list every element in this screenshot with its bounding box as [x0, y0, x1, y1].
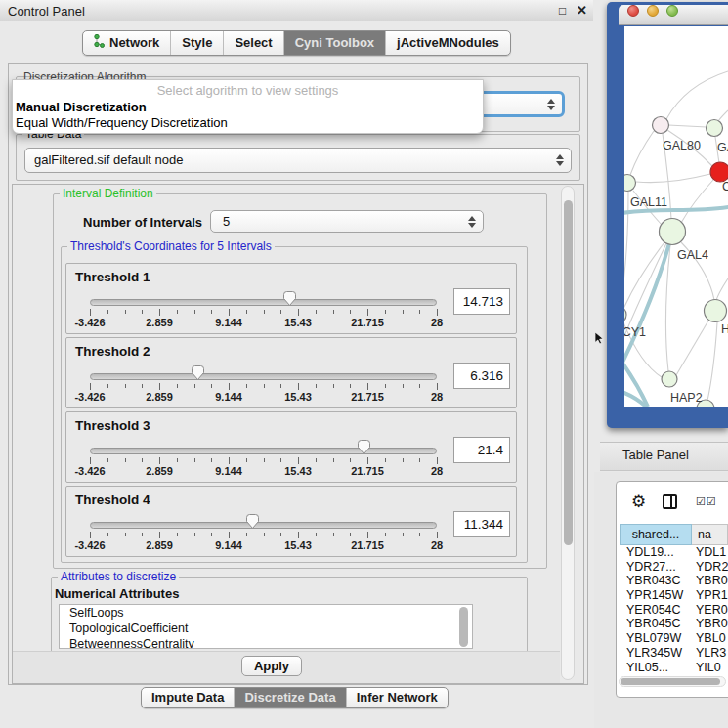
GAL11-node[interactable]	[624, 175, 636, 192]
vertical-scrollbar-thumb[interactable]	[564, 200, 573, 545]
horizontal-scrollbar-thumb[interactable]	[621, 678, 720, 685]
dropdown-option-equal-width-frequency[interactable]: Equal Width/Frequency Discretization	[16, 115, 480, 130]
slider-track[interactable]	[90, 448, 437, 454]
minor-tick	[246, 533, 247, 536]
table-row[interactable]: YBR043CYBR0	[620, 574, 728, 588]
threshold-label-2: Threshold 2	[75, 344, 150, 359]
close-icon[interactable]: ✕	[577, 3, 587, 18]
table-row[interactable]: YDL19...YDL1	[620, 545, 728, 560]
network-edge[interactable]	[681, 180, 713, 223]
H-node[interactable]	[705, 300, 727, 322]
cell-shared-name: YBR043C	[620, 574, 692, 588]
control-panel-titlebar	[0, 0, 593, 21]
minor-tick	[211, 458, 212, 462]
attributes-list-scrollbar-thumb[interactable]	[459, 607, 468, 647]
network-edge[interactable]	[718, 110, 728, 121]
column-header-name[interactable]: na	[692, 524, 728, 545]
minor-tick	[350, 384, 351, 388]
major-tick	[159, 309, 160, 316]
table-row[interactable]: YBL079WYBL0	[620, 631, 728, 646]
attribute-item-betweennesscentrality[interactable]: BetweennessCentrality	[60, 636, 472, 649]
table-header-row: shared... na	[620, 524, 728, 545]
major-tick	[437, 383, 438, 390]
minor-tick	[142, 533, 143, 536]
network-edge[interactable]	[636, 174, 710, 183]
table-row[interactable]: YDR27...YDR2	[620, 560, 728, 575]
network-edge[interactable]	[668, 125, 707, 127]
tab-cyni-toolbox[interactable]: Cyni Toolbox	[283, 31, 385, 55]
slider-track[interactable]	[90, 522, 437, 529]
dropdown-placeholder: Select algorithm to view settings	[13, 83, 483, 98]
number-of-intervals-dropdown[interactable]: 5	[210, 210, 484, 233]
GCY1-node[interactable]	[624, 306, 626, 323]
slider-handle[interactable]	[191, 364, 205, 381]
node-label-gal4: GAL4	[677, 248, 708, 262]
window-zoom-icon[interactable]	[666, 5, 678, 17]
numerical-attributes-list[interactable]: SelfLoopsTopologicalCoefficientBetweenne…	[59, 604, 473, 649]
cell-name: YBR0	[692, 617, 728, 631]
network-edge[interactable]	[716, 278, 728, 301]
table-row[interactable]: YLR345WYLR3	[620, 646, 728, 661]
slider-handle[interactable]	[282, 290, 297, 307]
major-tick	[159, 532, 160, 538]
minor-tick	[107, 458, 108, 462]
minor-tick	[177, 384, 178, 388]
select-columns-checkboxes-icon[interactable]: ☑☑	[696, 495, 717, 508]
minor-tick	[350, 533, 351, 536]
table-data-dropdown[interactable]: galFiltered.sif default node	[24, 148, 572, 173]
threshold-value-field[interactable]: 6.316	[453, 363, 510, 389]
network-edge[interactable]	[665, 245, 670, 371]
window-close-icon[interactable]	[627, 5, 639, 17]
GAL4-node[interactable]	[660, 219, 686, 245]
slider-track[interactable]	[90, 299, 437, 306]
slider-track[interactable]	[90, 373, 437, 380]
tab-style[interactable]: Style	[170, 31, 223, 55]
table-row[interactable]: YIL05...YIL0	[620, 661, 728, 675]
numerical-attributes-heading: Numerical Attributes	[55, 586, 179, 601]
network-edge[interactable]	[624, 192, 628, 307]
network-edge[interactable]	[630, 131, 654, 175]
tab-impute-data[interactable]: Impute Data	[142, 688, 234, 707]
red-node[interactable]	[710, 162, 728, 182]
split-columns-icon[interactable]	[663, 494, 677, 509]
threshold-value-field[interactable]: 11.344	[453, 511, 510, 537]
column-header-shared-name[interactable]: shared...	[620, 524, 692, 545]
threshold-value-field[interactable]: 14.713	[453, 288, 510, 315]
GAL80-node[interactable]	[653, 117, 669, 134]
major-tick	[159, 383, 160, 390]
window-minimize-icon[interactable]	[647, 5, 659, 17]
attribute-item-topologicalcoefficient[interactable]: TopologicalCoefficient	[60, 621, 472, 636]
table-row[interactable]: YBR045CYBR0	[620, 617, 728, 631]
minor-tick	[264, 310, 265, 314]
float-window-icon[interactable]: □	[559, 4, 566, 18]
minor-tick	[194, 458, 195, 462]
tab-network[interactable]: Network	[83, 31, 170, 55]
minor-tick	[177, 458, 178, 462]
slider-handle[interactable]	[245, 513, 260, 530]
table-row[interactable]: YPR145WYPR1	[620, 588, 728, 603]
tick-label: 21.715	[351, 539, 384, 551]
attribute-item-selfloops[interactable]: SelfLoops	[60, 605, 472, 621]
tick-label: -3.426	[74, 539, 105, 551]
tab-jactivemnodules[interactable]: jActiveMNodules	[385, 31, 510, 55]
tick-label: 15.43	[284, 317, 312, 328]
tab-select[interactable]: Select	[223, 31, 282, 55]
HAP2-node[interactable]	[662, 371, 677, 387]
apply-button[interactable]: Apply	[241, 656, 302, 676]
tab-infer-network[interactable]: Infer Network	[346, 688, 448, 707]
slider-handle[interactable]	[357, 439, 371, 455]
threshold-value-field[interactable]: 21.4	[453, 437, 510, 463]
tab-discretize-data[interactable]: Discretize Data	[234, 688, 345, 707]
minor-tick	[403, 533, 404, 536]
major-tick	[437, 309, 438, 316]
network-edge[interactable]	[676, 321, 708, 375]
top-right-node[interactable]	[707, 120, 723, 137]
top-tab-bar: NetworkStyleSelectCyni ToolboxjActiveMNo…	[82, 30, 511, 56]
gear-icon[interactable]: ⚙	[631, 492, 646, 512]
network-edge-thick[interactable]	[624, 236, 671, 374]
network-edge[interactable]	[707, 322, 717, 401]
table-row[interactable]: YER054CYER0	[620, 603, 728, 618]
dropdown-option-manual-discretization[interactable]: Manual Discretization	[16, 100, 480, 114]
network-edge[interactable]	[666, 71, 728, 119]
network-canvas[interactable]: GAL80GACGAL11GAL4GCY1HHAP2	[624, 26, 728, 407]
